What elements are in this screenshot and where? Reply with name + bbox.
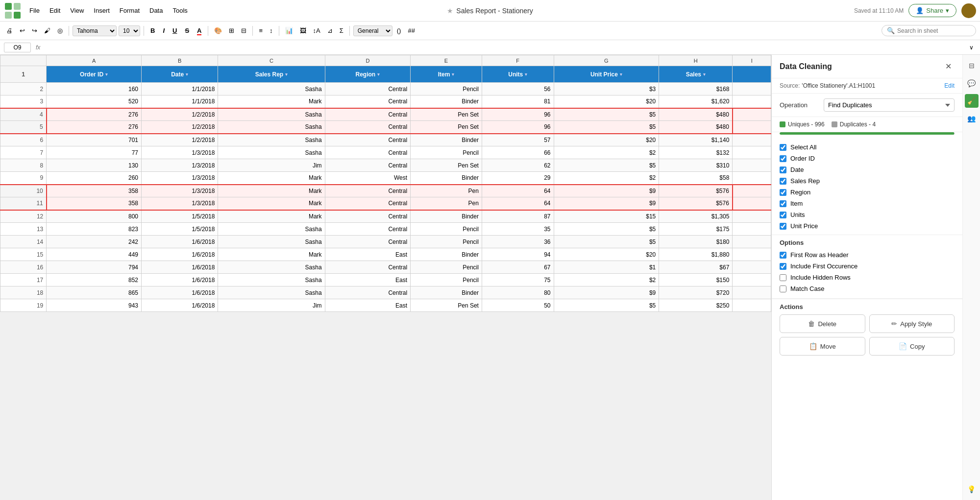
column-checkbox[interactable] [780, 223, 786, 230]
cell[interactable]: 1/5/2018 [142, 210, 218, 223]
cell[interactable]: 77 [47, 146, 142, 159]
cell[interactable]: $576 [659, 185, 733, 197]
cell[interactable]: 701 [47, 134, 142, 146]
cell[interactable]: 18 [0, 286, 47, 299]
cell[interactable]: $5 [554, 236, 659, 248]
header-date[interactable]: Date ▾ [142, 66, 218, 83]
cell[interactable]: 1/6/2018 [142, 248, 218, 261]
cell[interactable]: Pen Set [411, 159, 482, 172]
cell[interactable]: 29 [482, 172, 554, 185]
cell[interactable]: Pencil [411, 274, 482, 286]
cell[interactable]: 80 [482, 286, 554, 299]
cell[interactable]: 276 [47, 108, 142, 121]
cell[interactable]: Binder [411, 210, 482, 223]
strip-comment-btn[interactable]: 💬 [965, 76, 979, 90]
cell[interactable]: $480 [659, 121, 733, 134]
operation-select[interactable]: Find Duplicates [824, 98, 955, 112]
cell[interactable]: Binder [411, 286, 482, 299]
cell[interactable]: Pencil [411, 146, 482, 159]
cell[interactable]: 57 [482, 134, 554, 146]
border-button[interactable]: ⊞ [226, 25, 237, 36]
col-h[interactable]: H [659, 55, 733, 66]
cell[interactable]: 11 [0, 197, 47, 210]
cell[interactable]: Central [325, 134, 411, 146]
cell[interactable]: Jim [218, 159, 325, 172]
cell[interactable]: $5 [554, 223, 659, 236]
cell[interactable]: 50 [482, 299, 554, 312]
cell[interactable]: 36 [482, 236, 554, 248]
col-c[interactable]: C [218, 55, 325, 66]
cell[interactable]: 5 [0, 121, 47, 134]
cell[interactable]: 56 [482, 83, 554, 95]
cell[interactable]: 96 [482, 108, 554, 121]
option-checkbox[interactable] [780, 274, 786, 281]
cell[interactable]: Pencil [411, 83, 482, 95]
cell[interactable]: Pencil [411, 236, 482, 248]
cell[interactable]: 17 [0, 274, 47, 286]
header-sales-rep[interactable]: Sales Rep ▾ [218, 66, 325, 83]
cell[interactable]: 1/6/2018 [142, 236, 218, 248]
header-order-id[interactable]: Order ID ▾ [47, 66, 142, 83]
cell[interactable]: $1 [554, 261, 659, 274]
cell[interactable]: 10 [0, 185, 47, 197]
cell[interactable]: East [325, 274, 411, 286]
cell[interactable]: 67 [482, 261, 554, 274]
cell[interactable]: Central [325, 121, 411, 134]
user-avatar[interactable] [961, 3, 976, 18]
cell[interactable]: Pen [411, 185, 482, 197]
cell[interactable] [733, 95, 771, 108]
share-button[interactable]: 👤 Share ▾ [908, 4, 956, 17]
col-g[interactable]: G [554, 55, 659, 66]
menu-edit[interactable]: Edit [46, 5, 64, 16]
cell[interactable]: $2 [554, 172, 659, 185]
cell[interactable]: $1,880 [659, 248, 733, 261]
option-checkbox[interactable] [780, 252, 786, 259]
cell[interactable]: 15 [0, 248, 47, 261]
cell[interactable]: $180 [659, 236, 733, 248]
cell[interactable]: 1/6/2018 [142, 274, 218, 286]
cell[interactable]: 1/2/2018 [142, 134, 218, 146]
cell[interactable]: 520 [47, 95, 142, 108]
cell[interactable]: $250 [659, 299, 733, 312]
cell[interactable]: 1/6/2018 [142, 286, 218, 299]
action-button-apply-style[interactable]: ✏Apply Style [869, 314, 955, 333]
size-selector[interactable]: 10 [119, 25, 140, 36]
cell[interactable]: Sasha [218, 146, 325, 159]
cell[interactable]: 242 [47, 236, 142, 248]
cell[interactable] [733, 134, 771, 146]
cell[interactable]: 16 [0, 261, 47, 274]
sheet-area[interactable]: A B C D E F G H I 1 Order ID ▾ Date [0, 55, 771, 500]
cell[interactable]: 358 [47, 197, 142, 210]
cell[interactable] [733, 261, 771, 274]
cell[interactable]: $2 [554, 274, 659, 286]
cell[interactable]: $58 [659, 172, 733, 185]
header-unit-price[interactable]: Unit Price ▾ [554, 66, 659, 83]
strip-cleaning-btn[interactable]: 🧹 [965, 94, 979, 108]
filter-button[interactable]: ⊿ [325, 25, 335, 36]
merge-button[interactable]: ⊟ [239, 25, 249, 36]
cell[interactable]: 800 [47, 210, 142, 223]
cell[interactable]: Pencil [411, 261, 482, 274]
expand-formula-button[interactable]: ∨ [967, 43, 976, 52]
cell[interactable]: $5 [554, 159, 659, 172]
cell[interactable]: Central [325, 146, 411, 159]
cell[interactable] [733, 248, 771, 261]
cell[interactable] [733, 185, 771, 197]
strip-bulb-btn[interactable]: 💡 [965, 482, 979, 496]
cell[interactable]: $20 [554, 95, 659, 108]
align-button[interactable]: ≡ [256, 25, 265, 36]
cell[interactable]: West [325, 172, 411, 185]
cell[interactable]: 276 [47, 121, 142, 134]
cell[interactable]: Central [325, 197, 411, 210]
cell[interactable]: $9 [554, 286, 659, 299]
cell[interactable]: $67 [659, 261, 733, 274]
italic-button[interactable]: I [160, 25, 168, 36]
cell[interactable]: $720 [659, 286, 733, 299]
cell[interactable]: 35 [482, 223, 554, 236]
col-a[interactable]: A [47, 55, 142, 66]
cell[interactable]: Central [325, 83, 411, 95]
cell[interactable]: 1/6/2018 [142, 299, 218, 312]
cell[interactable]: 2 [0, 83, 47, 95]
cell[interactable]: 449 [47, 248, 142, 261]
cell[interactable]: 64 [482, 185, 554, 197]
